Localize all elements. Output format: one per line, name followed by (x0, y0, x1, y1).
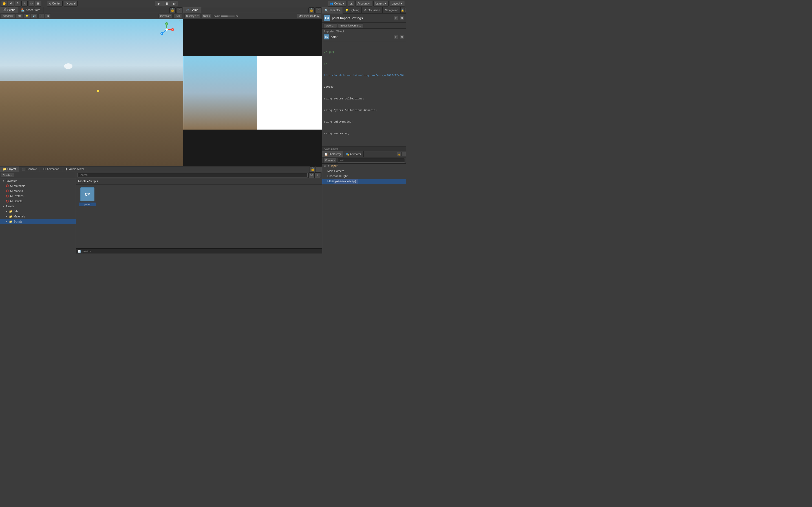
occlusion-tab[interactable]: 👁 Occlusion (362, 7, 383, 13)
scene-cloud (64, 63, 72, 69)
game-tab[interactable]: 🎮 Game (183, 7, 201, 13)
audio-mixer-tab[interactable]: 🎛 Audio Mixer (62, 166, 87, 172)
animation-icon: 🎞 (43, 168, 46, 171)
layers-btn[interactable]: Layers ▾ (373, 1, 389, 6)
favorites-header[interactable]: ▼ Favorites (0, 178, 76, 183)
all-prefabs-item[interactable]: ⭕ All Prefabs (0, 193, 76, 199)
inspector-tab[interactable]: 🔍 Inspector (322, 7, 343, 13)
create-btn[interactable]: Create ▾ (1, 173, 14, 177)
scene-tab[interactable]: 🎬 Scene (0, 7, 18, 13)
asset-store-tab[interactable]: 🏪 Asset Store (18, 7, 43, 13)
local-btn[interactable]: ⟳ Local (64, 1, 78, 6)
hierarchy-list: ⊙ ▼ input* Main Camera Directional Light… (322, 164, 406, 254)
inspector-copy-btn[interactable]: ⎘ (394, 16, 398, 20)
hierarchy-more-btn[interactable]: ⋮ (402, 152, 406, 156)
animator-tab-label: Animator (350, 153, 361, 156)
audio-btn[interactable]: 🔊 (31, 13, 38, 18)
game-panel: 🎮 Game 🔒 ⋮ Display 1 ▾ 16:9 ▾ Scale (183, 7, 322, 166)
inspector-settings-btn[interactable]: ⚙ (400, 16, 404, 20)
project-lock-btn[interactable]: 🔒 (310, 166, 316, 172)
game-lock-btn[interactable]: 🔒 (308, 7, 315, 13)
hierarchy-tab[interactable]: 📋 Hierarchy (322, 151, 343, 158)
pause-btn[interactable]: ⏸ (163, 1, 171, 7)
step-btn[interactable]: ⏭ (171, 1, 179, 7)
project-tab[interactable]: 📁 Project (0, 166, 19, 172)
hierarchy-item-directional-light[interactable]: Directional Light (322, 174, 406, 179)
favorites-label: Favorites (6, 179, 17, 182)
dlls-item[interactable]: ▶ 📁 Dlls (0, 209, 76, 214)
hierarchy-icon: 📋 (324, 153, 328, 156)
all-btn[interactable]: ✦All (173, 13, 182, 18)
lighting-label: Lighting (349, 9, 359, 12)
dlls-folder-icon: 📁 (9, 210, 12, 213)
all-scripts-item[interactable]: ⭕ All Scripts (0, 199, 76, 204)
2d-btn[interactable]: 2D (16, 13, 23, 18)
paint-script-item[interactable]: paint (79, 187, 96, 206)
all-models-icon: ⭕ (6, 189, 9, 192)
ratio-btn[interactable]: 16:9 ▾ (201, 13, 212, 18)
search-lock-btn[interactable]: ☆ (315, 172, 321, 178)
shaded-btn[interactable]: Shaded ▾ (1, 13, 15, 18)
execution-order-btn[interactable]: Execution Order... (338, 23, 363, 28)
hierarchy-search-input[interactable] (338, 158, 405, 163)
scene-lock-btn[interactable]: 🔒 (169, 7, 175, 13)
materials-item[interactable]: ▶ 📁 Materials (0, 214, 76, 219)
maximize-on-play-btn[interactable]: Maximize On Play (297, 13, 321, 18)
animator-tab[interactable]: 🎭 Animator (343, 151, 364, 158)
all-models-label: All Models (10, 189, 23, 193)
scale-tool-btn[interactable]: ⤡ (21, 1, 28, 6)
scene-icon: 🎬 (3, 8, 6, 11)
imported-settings-btn[interactable]: ⚙ (400, 35, 404, 39)
console-tab[interactable]: ⬛ Console (19, 166, 40, 172)
hierarchy-item-plane[interactable]: Plane paint (MonoScript) (322, 179, 406, 184)
transform-tool-btn[interactable]: ⊞ (35, 1, 41, 6)
game-scene-left (183, 56, 257, 129)
animation-tab[interactable]: 🎞 Animation (40, 166, 62, 172)
imported-copy-btn[interactable]: ⎘ (394, 35, 398, 39)
all-models-item[interactable]: ⭕ All Models (0, 188, 76, 193)
scene-maximize-btn[interactable]: ⛶ (179, 20, 182, 23)
inspector-more-btn[interactable]: ⋮ (404, 8, 406, 13)
scene-more-btn[interactable]: ⋮ (176, 7, 183, 13)
game-more-btn[interactable]: ⋮ (315, 7, 321, 13)
scripts-chevron: ▶ (6, 220, 8, 223)
lights-btn[interactable]: 💡 (24, 13, 30, 18)
hierarchy-create-btn[interactable]: Create ▾ (323, 158, 337, 163)
lighting-tab[interactable]: 💡 Lighting (343, 7, 362, 13)
assets-header[interactable]: ▼ Assets (0, 204, 76, 209)
layout-btn[interactable]: Layout ▾ (390, 1, 405, 6)
svg-text:Y: Y (166, 23, 167, 25)
code-line-6: using System.Collections.Generic; (324, 108, 404, 112)
hierarchy-lock-btn[interactable]: 🔒 (397, 152, 402, 156)
scene-sky (0, 19, 183, 86)
scale-slider[interactable] (221, 15, 235, 17)
fx-btn[interactable]: ✦ (38, 13, 44, 18)
play-btn[interactable]: ▶ (155, 1, 163, 7)
image-btn[interactable]: 🖼 (45, 13, 51, 18)
project-tab-label: Project (7, 168, 16, 171)
account-btn[interactable]: Account ▾ (355, 1, 372, 6)
navigation-tab[interactable]: Navigation (383, 7, 401, 13)
inspector-lock-btn[interactable]: 🔒 (401, 8, 404, 13)
hierarchy-item-main-camera[interactable]: Main Camera (322, 169, 406, 174)
display-btn[interactable]: Display 1 ▾ (185, 13, 200, 18)
rect-tool-btn[interactable]: ▭ (28, 1, 35, 6)
open-btn[interactable]: Open... (323, 23, 337, 28)
collab-btn[interactable]: 👥 Collab ▾ (328, 1, 347, 6)
project-more-btn[interactable]: ⋮ (316, 166, 322, 172)
move-tool-btn[interactable]: ✥ (8, 1, 14, 6)
project-search-input[interactable] (77, 173, 308, 177)
center-btn[interactable]: ⊙ Center (47, 1, 63, 6)
all-scripts-label: All Scripts (10, 200, 22, 203)
cloud-btn[interactable]: ☁ (348, 1, 354, 6)
hand-tool-btn[interactable]: ✋ (1, 1, 7, 6)
gizmos-btn[interactable]: Gizmos ▾ (158, 13, 172, 18)
game-tab-bar: 🎮 Game 🔒 ⋮ (183, 7, 322, 13)
all-materials-item[interactable]: ⭕ All Materials (0, 183, 76, 188)
assets-label: Assets (6, 205, 14, 208)
hierarchy-item-input[interactable]: ⊙ ▼ input* (322, 164, 406, 169)
code-line-5: using System.Collections; (324, 97, 404, 101)
search-settings-btn[interactable]: ⚙ (308, 172, 315, 178)
scripts-item[interactable]: ▶ 📁 Scripts (0, 219, 76, 224)
rotate-tool-btn[interactable]: ↻ (15, 1, 21, 6)
